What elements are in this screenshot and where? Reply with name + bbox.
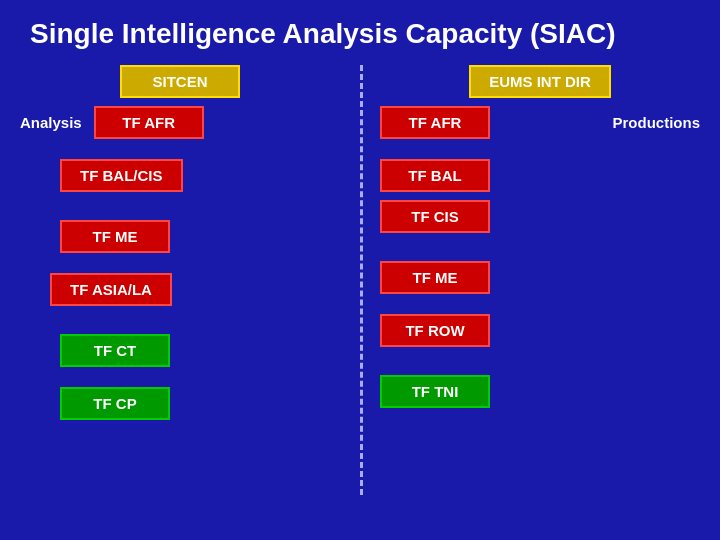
left-tf-me-box: TF ME [60,220,170,253]
productions-row: TF AFR Productions [380,106,700,139]
right-column: EUMS INT DIR TF AFR Productions TF BAL T… [360,65,700,420]
main-title: Single Intelligence Analysis Capacity (S… [0,0,720,60]
eums-header: EUMS INT DIR [380,65,700,98]
left-tf-ct-box: TF CT [60,334,170,367]
right-tf-cis-box: TF CIS [380,200,490,233]
right-tf-me-box: TF ME [380,261,490,294]
right-tf-bal-box: TF BAL [380,159,490,192]
right-tf-tni-box: TF TNI [380,375,490,408]
left-tf-asia-la-box: TF ASIA/LA [50,273,172,306]
left-tf-cp-box: TF CP [60,387,170,420]
eums-box: EUMS INT DIR [469,65,611,98]
right-tf-afr-box: TF AFR [380,106,490,139]
analysis-label: Analysis [20,114,82,131]
divider [360,65,363,495]
analysis-row: Analysis TF AFR [20,106,340,139]
left-tf-bal-cis-box: TF BAL/CIS [60,159,183,192]
left-column: SITCEN Analysis TF AFR TF BAL/CIS TF ME … [20,65,360,420]
right-tf-row-box: TF ROW [380,314,490,347]
productions-label: Productions [612,114,700,131]
sitcen-header: SITCEN [20,65,340,98]
sitcen-box: SITCEN [120,65,240,98]
left-tf-afr-box: TF AFR [94,106,204,139]
